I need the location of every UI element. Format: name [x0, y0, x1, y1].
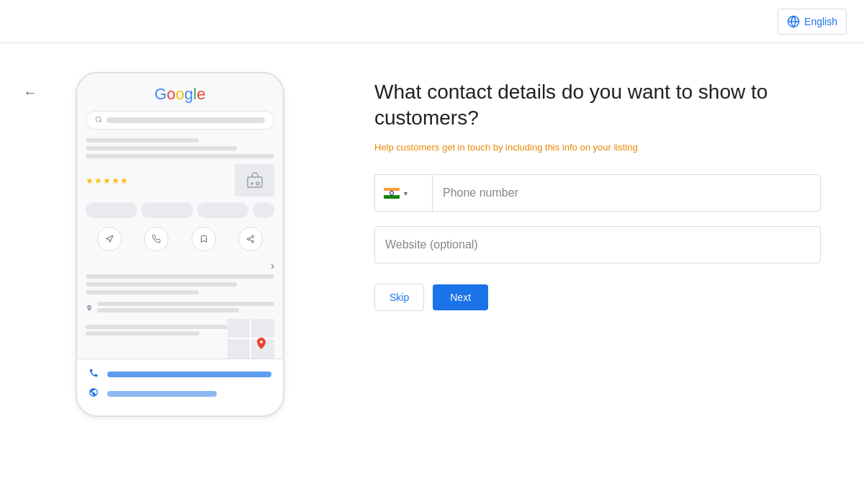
country-dropdown-arrow: ▾	[404, 189, 408, 197]
form-buttons: Skip Next	[374, 284, 821, 311]
main-content: ← Google	[0, 43, 864, 504]
left-panel: ← Google	[0, 58, 331, 417]
mock-tag-3	[197, 202, 248, 218]
language-button[interactable]: English	[778, 9, 847, 35]
mock-info-section: ›	[86, 260, 274, 294]
language-label: English	[804, 16, 837, 27]
mock-line-1	[86, 138, 199, 143]
svg-marker-7	[106, 235, 113, 243]
mock-stars-row: ★★★★★	[86, 164, 274, 197]
chevron-right-icon: ›	[271, 260, 274, 271]
right-panel: What contact details do you want to show…	[331, 58, 864, 333]
phone-bottom-row-2	[89, 387, 271, 400]
mock-search-bar	[86, 111, 274, 130]
phone-bottom-web-line	[107, 391, 217, 397]
svg-point-9	[248, 238, 250, 240]
phone-bottom-globe-icon	[89, 387, 100, 400]
globe-icon	[787, 15, 800, 28]
mock-line-2	[86, 146, 237, 150]
mock-map-line-1	[86, 325, 228, 329]
ashoka-chakra	[390, 191, 394, 195]
form-title: What contact details do you want to show…	[374, 79, 821, 132]
svg-point-8	[252, 235, 254, 238]
skip-button[interactable]: Skip	[374, 284, 424, 311]
google-logo: Google	[86, 85, 274, 104]
phone-bottom-phone-line	[107, 372, 271, 377]
phone-number-input[interactable]	[432, 174, 821, 212]
mock-info-line-1	[86, 274, 274, 279]
svg-point-5	[256, 182, 259, 185]
form-subtitle: Help customers get in touch by including…	[374, 140, 821, 155]
phone-field-row: ▾	[374, 174, 821, 212]
svg-point-10	[252, 240, 254, 243]
mock-content-lines	[86, 138, 274, 158]
mock-search-line	[107, 117, 265, 123]
svg-line-12	[250, 237, 252, 238]
country-code-selector[interactable]: ▾	[374, 174, 432, 212]
next-button[interactable]: Next	[433, 284, 488, 310]
mock-call-icon	[144, 227, 168, 251]
flag-middle	[384, 191, 400, 195]
mock-tag-2	[141, 202, 192, 218]
mock-location-icon	[86, 303, 93, 315]
mock-map-line-2	[86, 331, 199, 336]
mock-line-3	[86, 154, 274, 158]
mock-addr-line-1	[97, 302, 274, 306]
mock-info-line-2	[86, 282, 237, 287]
india-flag	[384, 188, 400, 199]
svg-line-3	[100, 121, 102, 122]
svg-rect-4	[248, 177, 262, 187]
mock-tag-1	[86, 202, 137, 218]
mock-directions-icon	[97, 227, 122, 251]
mock-search-icon	[95, 115, 102, 125]
svg-point-2	[96, 117, 101, 122]
mock-map-area	[86, 319, 274, 359]
mock-map-lines	[86, 319, 228, 359]
mock-bookmark-icon	[192, 227, 216, 251]
website-input[interactable]	[374, 226, 821, 264]
mock-share-icon	[238, 227, 263, 251]
phone-bottom-call-icon	[89, 368, 100, 380]
flag-bottom	[384, 195, 400, 199]
svg-line-11	[250, 240, 252, 241]
mock-tag-4	[253, 202, 274, 218]
svg-point-6	[251, 183, 253, 184]
back-button[interactable]: ←	[17, 79, 43, 105]
phone-bottom-row-1	[89, 368, 271, 380]
mock-stars: ★★★★★	[86, 176, 128, 186]
top-bar: English	[0, 0, 864, 43]
mock-map-pin	[257, 338, 266, 351]
mock-tags	[86, 202, 274, 218]
mock-action-icons	[86, 227, 274, 251]
mock-location-row	[86, 302, 274, 316]
back-icon: ←	[23, 84, 37, 101]
phone-mockup: Google	[76, 72, 284, 417]
mock-store-image	[235, 164, 274, 197]
phone-bottom-panel	[77, 359, 283, 415]
mock-map-thumb	[228, 319, 274, 359]
mock-info-line-3	[86, 290, 199, 294]
mock-addr-line-2	[97, 308, 239, 312]
mock-chevron: ›	[86, 260, 274, 271]
